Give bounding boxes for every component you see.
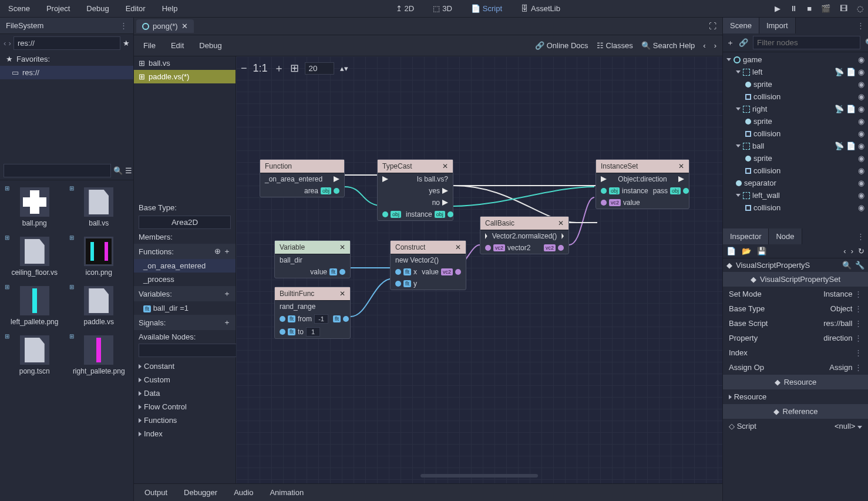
script-nav-back-icon[interactable]: ‹	[703, 41, 705, 50]
zoom-out-icon[interactable]: −	[241, 62, 247, 75]
function-item-process[interactable]: _process	[134, 273, 235, 286]
visibility-icon[interactable]: ◉	[858, 142, 864, 150]
visibility-icon[interactable]: ◉	[858, 80, 864, 89]
stepper-icon[interactable]: ▴▾	[340, 64, 348, 73]
filesystem-menu-icon[interactable]: ⋮	[120, 21, 127, 30]
close-tab-icon[interactable]: ✕	[181, 22, 188, 31]
tab-inspector[interactable]: Inspector	[723, 228, 769, 244]
script-file-menu[interactable]: File	[140, 39, 159, 52]
create-resource-icon[interactable]: 📄	[726, 247, 736, 255]
resource-section[interactable]: Resource	[723, 389, 868, 404]
scene-tree-item[interactable]: left📡📄◉	[723, 66, 868, 78]
inspector-property[interactable]: Base Scriptres://ball ⋮	[723, 316, 868, 331]
signal-icon[interactable]: 📡	[835, 142, 844, 150]
scene-tree-item[interactable]: right📡📄◉	[723, 103, 868, 115]
close-icon[interactable]: ✕	[558, 219, 564, 227]
category-item[interactable]: Index	[134, 427, 235, 441]
signal-icon[interactable]: 📡	[835, 68, 844, 76]
filter-nodes-input[interactable]	[753, 36, 860, 49]
available-nodes-search[interactable]	[139, 344, 246, 357]
add-node-icon[interactable]: ＋	[726, 38, 734, 48]
more-icon[interactable]: ⋮	[854, 363, 862, 372]
snap-icon[interactable]: ⊞	[290, 62, 299, 75]
snap-amount-input[interactable]	[305, 62, 334, 75]
to-input[interactable]	[306, 327, 320, 337]
script-edit-menu[interactable]: Edit	[167, 39, 187, 52]
file-item[interactable]: ⊞ball.png	[4, 184, 66, 231]
fs-path-input[interactable]	[14, 36, 120, 50]
search-help-link[interactable]: 🔍 Search Help	[641, 41, 695, 50]
visibility-icon[interactable]: ◉	[858, 179, 864, 187]
signal-icon[interactable]: 📡	[835, 105, 844, 113]
doc-tab-pong[interactable]: pong(*) ✕	[136, 19, 194, 33]
close-icon[interactable]: ✕	[339, 243, 345, 251]
visibility-icon[interactable]: ◉	[858, 129, 864, 138]
list-view-icon[interactable]: ☰	[125, 166, 132, 175]
fs-fwd-icon[interactable]: ›	[9, 38, 12, 49]
file-item[interactable]: ⊞right_pallete.png	[68, 332, 130, 379]
menu-help[interactable]: Help	[159, 2, 181, 15]
zoom-in-icon[interactable]: ＋	[274, 61, 284, 75]
classes-link[interactable]: ☷ Classes	[597, 41, 633, 50]
file-item[interactable]: ⊞paddle.vs	[68, 283, 130, 329]
expand-icon[interactable]	[726, 58, 731, 61]
script-nav-fwd-icon[interactable]: ›	[714, 41, 716, 50]
visibility-icon[interactable]: ◉	[858, 191, 864, 200]
link-icon[interactable]: 🔗	[739, 38, 748, 47]
menu-editor[interactable]: Editor	[122, 2, 149, 15]
script-icon[interactable]: 📄	[846, 68, 856, 76]
add-signal-icon[interactable]: ＋	[223, 317, 231, 328]
add-function-icon[interactable]: ＋	[223, 247, 231, 255]
close-icon[interactable]: ✕	[678, 162, 684, 170]
more-icon[interactable]: ⋮	[854, 334, 862, 342]
menu-scene[interactable]: Scene	[5, 2, 33, 15]
script-debug-menu[interactable]: Debug	[196, 39, 225, 52]
close-icon[interactable]: ✕	[442, 162, 448, 170]
visibility-icon[interactable]: ◉	[858, 203, 864, 212]
tab-scene[interactable]: Scene	[723, 18, 759, 33]
tab-2d[interactable]: ↥ 2D	[391, 2, 419, 15]
close-icon[interactable]: ✕	[339, 290, 345, 298]
search-icon[interactable]: 🔍	[842, 261, 852, 270]
play-icon[interactable]: ▶	[775, 4, 780, 13]
file-item[interactable]: ⊞pong.tscn	[4, 332, 66, 379]
node-builtinfunc[interactable]: BuiltinFunc✕ rand_range flt from flt flt…	[274, 287, 351, 339]
expand-icon[interactable]	[736, 70, 741, 73]
open-resource-icon[interactable]: 📂	[742, 247, 751, 255]
scene-tree-item[interactable]: collision◉	[723, 201, 868, 214]
file-item[interactable]: ⊞ceiling_floor.vs	[4, 233, 66, 280]
expand-icon[interactable]	[736, 107, 741, 110]
scene-dock-menu-icon[interactable]: ⋮	[853, 18, 868, 33]
play-scene-icon[interactable]: 🎬	[821, 4, 830, 13]
category-item[interactable]: Data	[134, 386, 235, 400]
category-item[interactable]: Flow Control	[134, 400, 235, 413]
tab-output[interactable]: Output	[141, 486, 171, 499]
menu-debug[interactable]: Debug	[83, 2, 112, 15]
scene-tree-item[interactable]: left_wall◉	[723, 189, 868, 201]
stop-icon[interactable]: ■	[807, 4, 812, 13]
tab-script[interactable]: 📄 Script	[466, 2, 507, 15]
history-back-icon[interactable]: ‹	[843, 247, 846, 255]
scene-tree-item[interactable]: ball📡📄◉	[723, 140, 868, 152]
function-item-on-area-entered[interactable]: _on_area_entered	[134, 259, 235, 273]
script-file-item[interactable]: ⊞ paddle.vs(*)	[134, 70, 235, 83]
file-item[interactable]: ⊞left_pallete.png	[4, 283, 66, 329]
expand-icon[interactable]	[736, 144, 741, 147]
scene-tree-item[interactable]: sprite◉	[723, 115, 868, 127]
pause-icon[interactable]: ⏸	[790, 4, 798, 13]
search-icon[interactable]: 🔍	[113, 166, 123, 175]
scene-tree-item[interactable]: sprite◉	[723, 152, 868, 164]
history-icon[interactable]: ↻	[858, 247, 864, 255]
online-docs-link[interactable]: 🔗 Online Docs	[535, 41, 588, 50]
node-variable[interactable]: Variable✕ ball_dir value flt	[274, 240, 351, 278]
reference-category[interactable]: ◆ Reference	[723, 404, 868, 419]
script-icon[interactable]: 📄	[846, 142, 856, 150]
scene-tree-item[interactable]: collision◉	[723, 164, 868, 177]
close-icon[interactable]: ✕	[455, 243, 461, 251]
more-icon[interactable]: ⋮	[854, 290, 862, 298]
search-icon[interactable]: 🔍	[865, 38, 868, 47]
visibility-icon[interactable]: ◉	[858, 92, 864, 101]
script-file-item[interactable]: ⊞ ball.vs	[134, 56, 235, 70]
tab-audio[interactable]: Audio	[230, 486, 257, 499]
visibility-icon[interactable]: ◉	[858, 117, 864, 126]
